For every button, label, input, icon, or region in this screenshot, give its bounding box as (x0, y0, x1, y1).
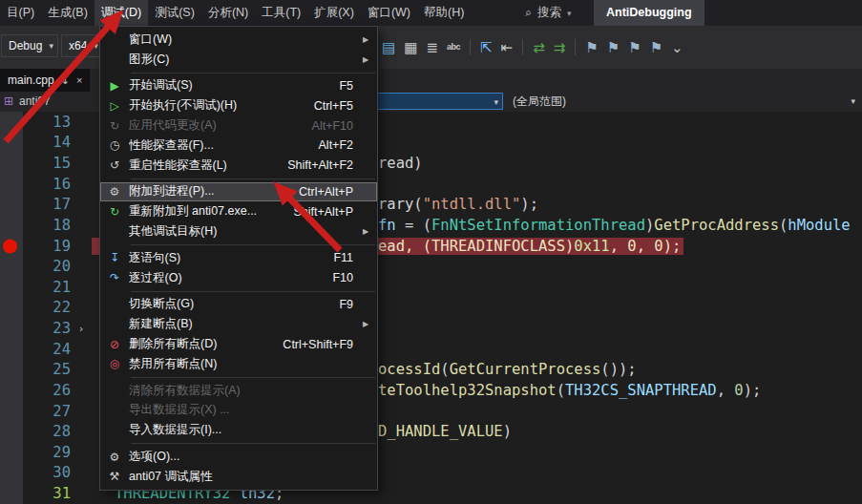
submenu-arrow-icon: ▶ (363, 320, 377, 328)
menubar-item-debug[interactable]: 调试(D) (95, 0, 148, 26)
menu-item-start-without-debugging[interactable]: ▷开始执行(不调试)(H)Ctrl+F5 (100, 95, 377, 116)
menu-item-label: 导入数据提示(I)... (129, 422, 342, 438)
menu-item-clear-all-datatips[interactable]: 清除所有数据提示(A) (100, 381, 377, 401)
line-number: 25 (23, 361, 71, 378)
project-dropdown[interactable]: anti07 (19, 94, 51, 108)
menubar-item-extensions[interactable]: 扩展(X) (307, 0, 361, 26)
navigate-cursor-icon[interactable]: ⇱ (480, 40, 493, 54)
menu-item-toggle-breakpoint[interactable]: 切换断点(G)F9 (100, 295, 377, 315)
menu-item-anti07-debug-properties[interactable]: ⚒anti07 调试属性 (100, 467, 377, 487)
code-token: ( (557, 382, 565, 399)
menu-item-new-breakpoint[interactable]: 新建断点(B)▶ (100, 314, 377, 334)
pin-icon[interactable]: ↧ (61, 74, 70, 87)
outdent-icon[interactable]: ⇤ (501, 40, 514, 54)
fold-marker-icon[interactable]: › (71, 323, 92, 335)
menu-item-other-debug-targets[interactable]: 其他调试目标(H)▶ (100, 221, 377, 242)
menu-item-shortcut: F5 (339, 79, 363, 93)
menubar-item-build[interactable]: 生成(B) (41, 0, 95, 26)
breakpoint-margin[interactable] (0, 339, 23, 360)
menubar-item-tools[interactable]: 工具(T) (255, 0, 307, 26)
menubar-item-test[interactable]: 测试(S) (148, 0, 201, 26)
bookmark-toggle-icon[interactable]: ⚑ (585, 40, 598, 54)
bookmark-clear-icon[interactable]: ⚑ (650, 40, 662, 54)
menu-item-label: 新建断点(B) (129, 316, 342, 332)
menubar-item-window[interactable]: 窗口(W) (361, 0, 417, 26)
scope-dropdown[interactable]: (全局范围) (513, 94, 566, 110)
code-token: ); (744, 382, 762, 399)
breakpoint-margin[interactable] (0, 277, 23, 298)
menubar-item-analyze[interactable]: 分析(N) (201, 0, 255, 26)
relaunch-profiler-icon: ↺ (100, 159, 129, 171)
code-token: , (717, 382, 735, 399)
breakpoint-margin[interactable] (0, 174, 23, 195)
breakpoint-margin[interactable] (0, 380, 23, 401)
menu-item-attach-to-process[interactable]: ⚙附加到进程(P)...Ctrl+Alt+P (100, 182, 377, 202)
line-number: 15 (23, 155, 71, 172)
bookmark-prev-icon[interactable]: ⚑ (607, 40, 620, 54)
menu-item-delete-all-breakpoints[interactable]: ⊘删除所有断点(D)Ctrl+Shift+F9 (100, 334, 377, 354)
tab-main-cpp[interactable]: main.cpp ↧ × (0, 69, 90, 92)
submenu-arrow-icon: ▶ (363, 55, 377, 64)
code-token: 0 (734, 382, 743, 399)
close-icon[interactable]: × (76, 74, 82, 86)
breakpoint-margin[interactable] (0, 153, 23, 174)
bookmark-next-icon[interactable]: ⚑ (628, 40, 641, 54)
menu-item-graphics[interactable]: 图形(C)▶ (100, 50, 377, 70)
config-dropdown[interactable]: Debug ▾ (1, 34, 58, 57)
menu-item-import-datatips[interactable]: 导入数据提示(I)... (100, 420, 377, 440)
breakpoint-margin[interactable] (0, 318, 23, 339)
line-number: 16 (23, 176, 71, 193)
breakpoint-margin[interactable] (0, 483, 23, 504)
code-token: ocessId (378, 361, 440, 378)
breakpoint-margin[interactable] (0, 442, 23, 463)
breakpoint-margin[interactable] (0, 298, 23, 319)
breakpoint-margin[interactable] (0, 215, 23, 236)
menu-item-export-datatips[interactable]: 导出数据提示(X) ... (100, 401, 377, 421)
search-box[interactable]: ⌕ 搜索 ▾ (517, 0, 579, 26)
line-number: 26 (23, 382, 71, 399)
menu-item-apply-code-changes[interactable]: ↻应用代码更改(A)Alt+F10 (100, 116, 377, 136)
line-number: 13 (23, 114, 71, 131)
code-token: D_HANDLE_VALUE (378, 423, 503, 440)
code-token: ) (645, 217, 654, 234)
menu-item-step-into[interactable]: ↧逐语句(S)F11 (100, 248, 377, 268)
breakpoint-margin[interactable] (0, 401, 23, 422)
menubar-item-project[interactable]: 目(P) (0, 0, 41, 26)
menu-item-step-over[interactable]: ↷逐过程(O)F10 (100, 268, 377, 288)
interactive-window-icon[interactable]: ⇄ (533, 40, 545, 54)
breakpoint-margin[interactable] (0, 112, 23, 133)
menu-item-label: 切换断点(G) (129, 296, 327, 312)
code-token: ); (520, 196, 538, 213)
spellcheck-icon[interactable]: abc (447, 43, 460, 52)
line-number: 24 (23, 341, 71, 358)
menu-item-performance-profiler[interactable]: ◷性能探查器(F)...Alt+F2 (100, 136, 377, 156)
toolbar-overflow-icon[interactable]: ⌄ (671, 40, 683, 54)
code-token: fn (378, 217, 396, 234)
menu-item-reattach-to-anti07[interactable]: ↻重新附加到 anti07.exe...Shift+Alt+P (100, 201, 377, 221)
menu-item-shortcut: Ctrl+Shift+F9 (283, 338, 363, 351)
menu-item-relaunch-performance-profiler[interactable]: ↺重启性能探查器(L)Shift+Alt+F2 (100, 156, 377, 176)
debug-properties-icon: ⚒ (100, 471, 129, 482)
code-token: ( (779, 217, 788, 234)
menu-item-start-debugging[interactable]: ▶开始调试(S)F5 (100, 76, 377, 96)
code-token: teToolhelp32Snapshot (378, 382, 557, 399)
hex-display-icon[interactable]: ≣ (426, 40, 438, 54)
breakpoint-margin[interactable] (0, 256, 23, 277)
menu-item-window[interactable]: 窗口(W)▶ (100, 30, 377, 50)
menubar-item-help[interactable]: 帮助(H) (417, 0, 471, 26)
breakpoint-margin[interactable] (0, 360, 23, 381)
delete-breakpoints-icon: ⊘ (100, 339, 129, 350)
breakpoint-dot[interactable] (3, 239, 17, 253)
breakpoint-margin[interactable] (0, 236, 23, 257)
format-selection-icon[interactable]: ⇉ (554, 40, 566, 54)
menu-item-disable-all-breakpoints[interactable]: ◎禁用所有断点(N) (100, 354, 377, 374)
breakpoint-margin[interactable] (0, 195, 23, 216)
breakpoint-margin[interactable] (0, 133, 23, 154)
frame-icon[interactable]: ▦ (404, 40, 417, 54)
breakpoint-margin[interactable] (0, 463, 23, 484)
breakpoint-margin[interactable] (0, 421, 23, 442)
menu-separator (131, 377, 375, 378)
menu-item-label: 禁用所有断点(N) (129, 356, 342, 372)
document-icon[interactable]: ▤ (382, 40, 395, 54)
menu-item-options[interactable]: ⚙选项(O)... (100, 447, 377, 467)
